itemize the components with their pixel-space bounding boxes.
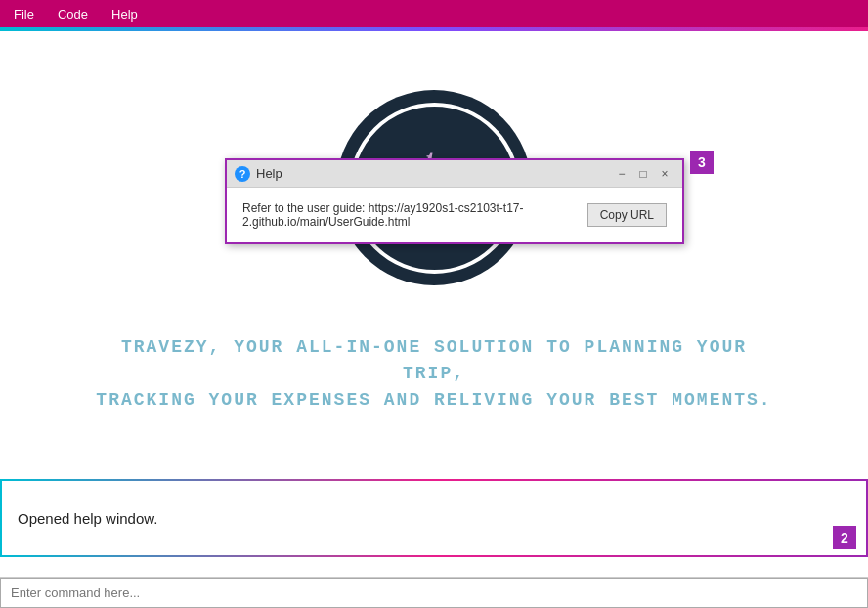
menu-help[interactable]: Help bbox=[106, 5, 144, 23]
copy-url-button[interactable]: Copy URL bbox=[587, 203, 667, 227]
help-titlebar: ? Help − □ × bbox=[227, 160, 682, 188]
main-content: ✈ TravEzy TravEzy, Your all-in-one solut… bbox=[0, 31, 868, 608]
command-input[interactable] bbox=[0, 578, 868, 608]
help-dialog: ? Help − □ × Refer to the user guide: ht… bbox=[225, 158, 684, 244]
maximize-button[interactable]: □ bbox=[633, 164, 653, 184]
help-url-text: Refer to the user guide: https://ay1920s… bbox=[242, 201, 578, 229]
close-button[interactable]: × bbox=[655, 164, 674, 184]
menu-file[interactable]: File bbox=[8, 5, 40, 23]
tagline: TravEzy, Your all-in-one solution to pla… bbox=[92, 334, 776, 413]
step-badge-2: 2 bbox=[833, 526, 856, 549]
menu-code[interactable]: Code bbox=[52, 5, 94, 23]
menubar: File Code Help bbox=[0, 0, 868, 27]
help-icon: ? bbox=[235, 166, 250, 182]
status-area: Opened help window. bbox=[0, 479, 868, 557]
step-badge-3: 3 bbox=[690, 151, 714, 174]
help-dialog-title: Help bbox=[256, 166, 610, 181]
status-text: Opened help window. bbox=[18, 510, 157, 527]
command-bar bbox=[0, 577, 868, 608]
minimize-button[interactable]: − bbox=[612, 164, 631, 184]
help-content: Refer to the user guide: https://ay1920s… bbox=[227, 188, 682, 242]
